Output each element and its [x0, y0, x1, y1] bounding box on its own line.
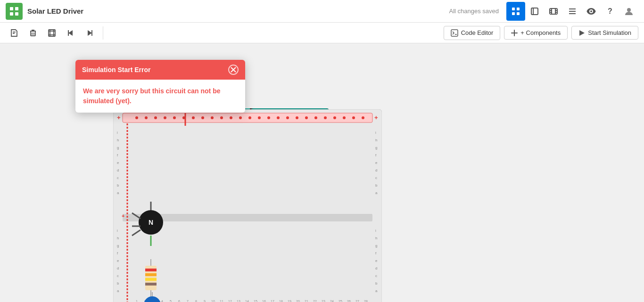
svg-point-67: [314, 116, 317, 119]
svg-point-68: [324, 116, 327, 119]
svg-text:10: 10: [211, 300, 215, 302]
svg-point-64: [286, 116, 289, 119]
components-label: + Components: [520, 29, 561, 36]
svg-text:g: g: [375, 146, 377, 150]
error-title: Simulation Start Error: [82, 66, 150, 73]
svg-point-52: [173, 116, 176, 119]
svg-text:c: c: [375, 274, 377, 278]
svg-rect-208: [145, 273, 157, 276]
svg-text:26: 26: [347, 300, 351, 302]
components-button[interactable]: + Components: [504, 26, 568, 40]
svg-point-56: [211, 116, 214, 119]
svg-point-54: [192, 116, 195, 119]
code-editor-label: Code Editor: [461, 29, 494, 36]
list-nav-btn[interactable]: [563, 2, 582, 21]
svg-text:i: i: [117, 131, 118, 135]
svg-text:11: 11: [220, 300, 223, 302]
svg-text:b: b: [117, 281, 119, 286]
start-sim-label: Start Simulation: [588, 29, 631, 36]
svg-point-61: [258, 116, 261, 119]
svg-rect-210: [145, 283, 157, 286]
svg-point-49: [145, 116, 148, 119]
svg-text:13: 13: [237, 300, 240, 302]
svg-text:c: c: [117, 274, 119, 278]
svg-text:i: i: [117, 229, 118, 233]
svg-text:g: g: [117, 146, 119, 150]
svg-marker-37: [579, 30, 585, 36]
svg-text:c: c: [117, 176, 119, 180]
svg-point-51: [164, 116, 166, 119]
svg-text:b: b: [375, 183, 378, 188]
start-simulation-button[interactable]: Start Simulation: [571, 26, 638, 40]
help-nav-btn[interactable]: ?: [601, 2, 619, 21]
frame-button[interactable]: [43, 24, 60, 41]
svg-rect-0: [10, 7, 13, 10]
svg-text:8: 8: [195, 300, 197, 302]
delete-button[interactable]: [25, 24, 41, 41]
svg-rect-1: [15, 7, 18, 10]
component-nav-btn[interactable]: [525, 2, 544, 21]
svg-text:a: a: [375, 289, 378, 293]
circuit-nav-btn[interactable]: [506, 2, 525, 21]
add-note-button[interactable]: [6, 24, 23, 41]
toolbar-right: Code Editor + Components Start Simulatio…: [444, 26, 638, 40]
svg-rect-8: [531, 8, 538, 15]
svg-text:N: N: [149, 219, 153, 226]
svg-text:27: 27: [355, 300, 359, 302]
svg-text:e: e: [117, 161, 119, 165]
svg-text:d: d: [375, 168, 377, 172]
svg-point-66: [305, 116, 308, 119]
svg-text:i: i: [375, 229, 376, 233]
svg-point-48: [135, 116, 138, 119]
svg-point-58: [230, 116, 232, 119]
app-logo: [6, 3, 23, 20]
svg-point-59: [239, 116, 242, 119]
svg-text:24: 24: [330, 300, 334, 302]
settings-nav-btn[interactable]: [582, 2, 601, 21]
svg-point-62: [267, 116, 270, 119]
svg-text:+: +: [374, 114, 378, 121]
svg-text:d: d: [375, 266, 377, 270]
svg-text:6: 6: [178, 300, 180, 302]
svg-text:5: 5: [170, 300, 172, 302]
error-message: We are very sorry but this circuit can n…: [83, 86, 238, 106]
svg-text:1: 1: [136, 300, 138, 302]
svg-rect-34: [91, 30, 92, 36]
error-close-button[interactable]: [228, 65, 239, 75]
svg-text:h: h: [117, 236, 119, 240]
svg-text:17: 17: [271, 300, 274, 302]
svg-point-57: [220, 116, 223, 119]
svg-point-71: [352, 116, 355, 119]
svg-point-65: [296, 116, 298, 119]
svg-text:21: 21: [305, 300, 308, 302]
svg-text:+: +: [122, 213, 124, 219]
svg-rect-4: [512, 8, 515, 10]
svg-rect-32: [68, 30, 69, 36]
toolbar: Code Editor + Components Start Simulatio…: [0, 23, 644, 43]
breadboard-container: + + + + i h g f e d c b a i h: [113, 109, 382, 302]
prev-frame-button[interactable]: [62, 24, 79, 41]
svg-point-60: [248, 116, 251, 119]
next-frame-button[interactable]: [81, 24, 98, 41]
svg-rect-23: [31, 31, 35, 36]
svg-text:4: 4: [161, 300, 163, 302]
svg-text:h: h: [117, 138, 119, 142]
svg-text:12: 12: [228, 300, 232, 302]
svg-text:20: 20: [296, 300, 300, 302]
code-editor-button[interactable]: Code Editor: [444, 26, 501, 40]
svg-text:14: 14: [245, 300, 249, 302]
svg-rect-10: [550, 8, 557, 14]
svg-text:h: h: [375, 138, 377, 142]
toolbar-separator: [103, 26, 103, 40]
svg-rect-2: [10, 12, 13, 16]
svg-text:19: 19: [288, 300, 291, 302]
error-body: We are very sorry but this circuit can n…: [75, 80, 245, 113]
film-nav-btn[interactable]: [544, 2, 563, 21]
svg-rect-7: [517, 12, 520, 15]
svg-text:h: h: [375, 236, 377, 240]
svg-text:18: 18: [279, 300, 283, 302]
svg-point-20: [627, 8, 631, 12]
profile-nav-btn[interactable]: [619, 2, 638, 21]
svg-text:d: d: [117, 266, 119, 270]
svg-text:28: 28: [364, 300, 368, 302]
